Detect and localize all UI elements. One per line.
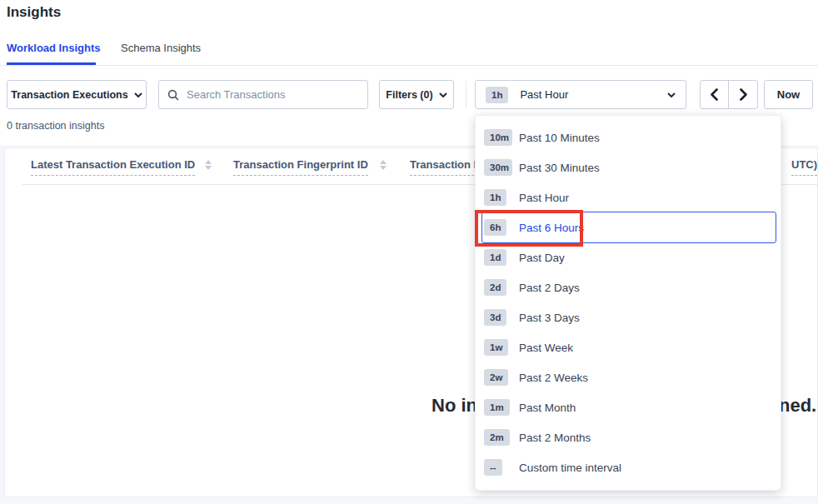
- menu-item-label: Past 2 Days: [519, 282, 580, 294]
- page-title: Insights: [7, 4, 61, 21]
- time-interval-label: Past Hour: [520, 88, 667, 101]
- menu-item-label: Past Day: [519, 252, 565, 264]
- transaction-type-select[interactable]: Transaction Executions: [7, 80, 147, 109]
- menu-item-label: Past 30 Minutes: [519, 162, 600, 174]
- column-header-latest-transaction-execution-id[interactable]: Latest Transaction Execution ID: [31, 158, 195, 176]
- time-menu-item-1w[interactable]: 1w Past Week: [482, 332, 776, 362]
- interval-badge: 1h: [484, 189, 506, 206]
- interval-badge: 10m: [484, 129, 512, 146]
- sort-icon[interactable]: [205, 160, 212, 170]
- menu-item-label: Custom time interval: [519, 462, 621, 474]
- menu-item-label: Past 10 Minutes: [519, 132, 600, 144]
- time-menu-item-1h[interactable]: 1h Past Hour: [482, 182, 776, 212]
- time-menu-item-2d[interactable]: 2d Past 2 Days: [482, 272, 776, 302]
- time-interval-badge: 1h: [486, 87, 508, 103]
- menu-item-label: Past Hour: [519, 192, 569, 204]
- interval-badge: 2m: [484, 429, 510, 446]
- interval-badge: 2d: [484, 279, 506, 296]
- time-nav-arrows: [700, 80, 758, 109]
- menu-item-label: Past 2 Weeks: [519, 372, 588, 384]
- time-menu-item-1d[interactable]: 1d Past Day: [482, 242, 776, 272]
- now-button[interactable]: Now: [764, 80, 813, 109]
- time-menu-item-3d[interactable]: 3d Past 3 Days: [482, 302, 776, 332]
- now-label: Now: [777, 88, 800, 101]
- time-interval-menu: 10m Past 10 Minutes 30m Past 30 Minutes …: [475, 115, 781, 491]
- interval-badge: 30m: [484, 159, 512, 176]
- previous-interval-button[interactable]: [701, 81, 729, 108]
- time-menu-item-30m[interactable]: 30m Past 30 Minutes: [482, 152, 776, 182]
- search-icon: [167, 89, 179, 101]
- time-menu-item-10m[interactable]: 10m Past 10 Minutes: [482, 122, 776, 152]
- time-menu-item-2w[interactable]: 2w Past 2 Weeks: [482, 362, 776, 392]
- time-menu-item-[interactable]: -- Custom time interval: [482, 452, 776, 482]
- time-menu-item-6h[interactable]: 6h Past 6 Hours: [482, 212, 776, 242]
- toolbar-divider: [466, 81, 466, 108]
- filters-label: Filters (0): [386, 89, 432, 101]
- chevron-right-icon: [739, 88, 748, 101]
- chevron-down-icon: [439, 92, 447, 97]
- interval-badge: 3d: [484, 309, 506, 326]
- interval-badge: 2w: [484, 369, 508, 386]
- insights-page: Insights Workload Insights Schema Insigh…: [0, 0, 818, 504]
- insights-count: 0 transaction insights: [7, 120, 104, 132]
- tab-border: [0, 65, 818, 66]
- tab-workload-insights[interactable]: Workload Insights: [7, 42, 100, 54]
- search-input[interactable]: [187, 88, 359, 101]
- transaction-type-label: Transaction Executions: [11, 89, 127, 101]
- empty-state-text-right: ned.: [779, 395, 816, 417]
- chevron-down-icon: [667, 92, 676, 97]
- chevron-left-icon: [710, 88, 719, 101]
- menu-item-label: Past Month: [519, 402, 576, 414]
- filters-button[interactable]: Filters (0): [379, 80, 454, 109]
- interval-badge: 1w: [484, 339, 508, 356]
- search-transactions-field[interactable]: [158, 80, 368, 109]
- menu-item-label: Past 6 Hours: [519, 222, 584, 234]
- time-interval-picker[interactable]: 1h Past Hour: [475, 80, 686, 109]
- column-header-transaction-fingerprint-id[interactable]: Transaction Fingerprint ID: [233, 158, 368, 176]
- menu-item-label: Past Week: [519, 342, 573, 354]
- empty-state-text-left: No in: [431, 395, 477, 417]
- active-tab-underline: [7, 62, 96, 65]
- menu-item-label: Past 2 Months: [519, 432, 591, 444]
- column-header-utc-fragment[interactable]: UTC): [791, 158, 817, 176]
- time-menu-item-1m[interactable]: 1m Past Month: [482, 392, 776, 422]
- tab-schema-insights[interactable]: Schema Insights: [121, 42, 201, 54]
- interval-badge: 1m: [484, 399, 510, 416]
- menu-item-label: Past 3 Days: [519, 312, 580, 324]
- next-interval-button[interactable]: [729, 81, 757, 108]
- chevron-down-icon: [134, 92, 142, 97]
- interval-badge: --: [484, 459, 502, 476]
- interval-badge: 6h: [484, 219, 506, 236]
- sort-icon[interactable]: [380, 160, 387, 170]
- time-menu-item-2m[interactable]: 2m Past 2 Months: [482, 422, 776, 452]
- interval-badge: 1d: [484, 249, 506, 266]
